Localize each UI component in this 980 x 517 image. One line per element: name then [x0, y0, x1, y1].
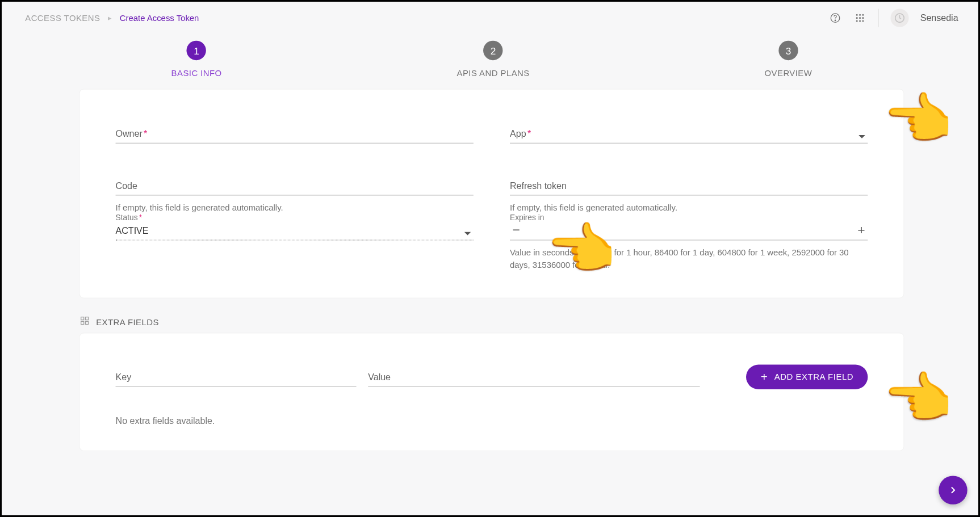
chevron-right-icon: ▸	[108, 14, 112, 22]
code-label: Code	[116, 180, 137, 191]
status-field[interactable]: Status* ACTIVE	[116, 222, 474, 240]
step-label: BASIC INFO	[171, 68, 222, 78]
svg-rect-14	[81, 321, 84, 324]
minus-icon[interactable]: −	[510, 224, 523, 237]
stepper: 1 BASIC INFO 2 APIS AND PLANS 3 OVERVIEW	[2, 33, 980, 90]
owner-label: Owner	[116, 128, 143, 138]
svg-point-4	[862, 14, 864, 16]
apps-icon[interactable]	[853, 11, 866, 24]
chevron-right-icon	[947, 484, 959, 496]
expires-label: Expires in	[510, 213, 544, 222]
status-label: Status	[116, 213, 138, 222]
plus-icon: +	[761, 371, 768, 383]
owner-field[interactable]: Owner*	[116, 125, 474, 144]
chevron-down-icon	[464, 232, 471, 236]
step-number: 3	[778, 41, 798, 60]
help-icon[interactable]	[828, 11, 841, 24]
plus-icon[interactable]: +	[855, 224, 868, 237]
app-label: App	[510, 128, 526, 138]
value-field[interactable]: Value	[368, 368, 700, 386]
expires-helper: Value in seconds. Ex: 3600 for 1 hour, 8…	[510, 247, 868, 271]
step-number: 1	[187, 41, 206, 60]
svg-rect-13	[86, 317, 89, 320]
svg-rect-15	[86, 321, 89, 324]
extra-fields-card: Key Value + ADD EXTRA FIELD No extra fie…	[80, 333, 904, 450]
svg-point-10	[862, 20, 864, 22]
basic-info-card: Owner* App* Code If empty, this field is…	[80, 90, 904, 297]
extra-fields-title: EXTRA FIELDS	[96, 317, 159, 326]
svg-point-7	[862, 17, 864, 19]
refresh-label: Refresh token	[510, 180, 567, 191]
svg-point-5	[856, 17, 857, 19]
required-icon: *	[139, 213, 142, 222]
add-button-label: ADD EXTRA FIELD	[774, 372, 853, 381]
svg-point-3	[859, 14, 861, 16]
username: Sensedia	[920, 12, 958, 23]
divider	[878, 9, 878, 27]
avatar[interactable]	[890, 9, 908, 27]
svg-point-9	[859, 20, 861, 22]
topbar: ACCESS TOKENS ▸ Create Access Token Sens…	[2, 2, 980, 33]
key-field[interactable]: Key	[116, 368, 357, 386]
svg-point-6	[859, 17, 861, 19]
breadcrumb-current: Create Access Token	[120, 13, 199, 23]
required-icon: *	[527, 128, 531, 138]
svg-point-2	[856, 14, 857, 16]
key-label: Key	[116, 372, 132, 382]
svg-point-1	[835, 20, 835, 20]
svg-point-8	[856, 20, 857, 22]
topbar-actions: Sensedia	[828, 9, 958, 27]
required-icon: *	[144, 128, 147, 138]
step-number: 2	[483, 41, 502, 60]
refresh-helper: If empty, this field is generated automa…	[510, 202, 868, 215]
step-basic-info[interactable]: 1 BASIC INFO	[171, 41, 222, 78]
breadcrumb-root[interactable]: ACCESS TOKENS	[25, 13, 100, 23]
add-extra-field-button[interactable]: + ADD EXTRA FIELD	[746, 364, 868, 389]
step-overview[interactable]: 3 OVERVIEW	[765, 41, 813, 78]
breadcrumb: ACCESS TOKENS ▸ Create Access Token	[25, 13, 199, 23]
code-helper: If empty, this field is generated automa…	[116, 202, 474, 215]
no-extra-fields-message: No extra fields available.	[116, 415, 868, 425]
next-fab[interactable]	[939, 476, 967, 504]
grid-icon	[80, 316, 90, 328]
chevron-down-icon	[858, 135, 865, 138]
value-label: Value	[368, 372, 391, 382]
step-label: OVERVIEW	[765, 68, 813, 78]
expires-field[interactable]: Expires in − +	[510, 222, 868, 240]
extra-fields-header: EXTRA FIELDS	[80, 313, 904, 327]
svg-rect-12	[81, 317, 84, 320]
status-value: ACTIVE	[116, 225, 149, 236]
step-label: APIS AND PLANS	[457, 68, 530, 78]
step-apis-plans[interactable]: 2 APIS AND PLANS	[457, 41, 530, 78]
app-field[interactable]: App*	[510, 125, 868, 144]
code-field[interactable]: Code	[116, 177, 474, 195]
refresh-token-field[interactable]: Refresh token	[510, 177, 868, 195]
